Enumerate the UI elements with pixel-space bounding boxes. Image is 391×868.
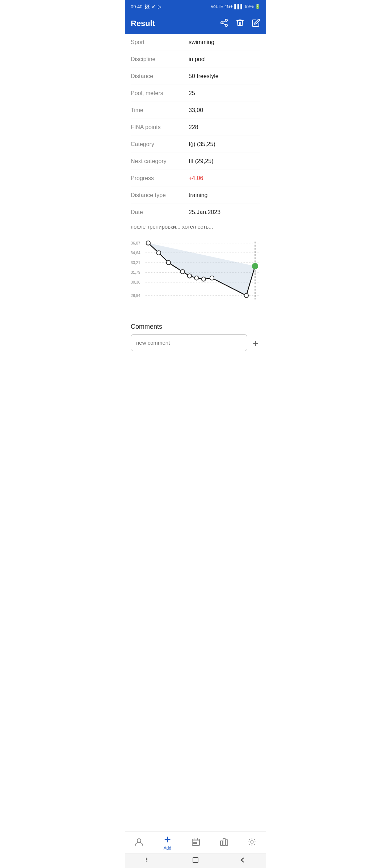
svg-text:31,79: 31,79 — [131, 270, 140, 275]
data-row-date: Date25.Jan.2023 — [131, 204, 260, 221]
svg-text:30,36: 30,36 — [131, 280, 140, 284]
value-distance: 50 freestyle — [189, 73, 260, 80]
label-distance: Distance — [131, 73, 189, 80]
svg-line-4 — [223, 21, 226, 22]
value-sport: swimming — [189, 39, 260, 46]
value-category: I(j) (35,25) — [189, 141, 260, 148]
main-content: SportswimmingDisciplinein poolDistance50… — [125, 34, 266, 357]
value-discipline: in pool — [189, 56, 260, 63]
delete-icon[interactable] — [236, 18, 244, 29]
photo-icon: 🖼 — [145, 4, 150, 9]
label-sport: Sport — [131, 39, 189, 46]
time-label: 09:40 — [131, 4, 143, 9]
label-date: Date — [131, 209, 189, 216]
data-row-pool: Pool, meters25 — [131, 85, 260, 102]
svg-point-21 — [167, 260, 171, 265]
data-row-distanceType: Distance typetraining — [131, 187, 260, 204]
svg-point-24 — [194, 276, 199, 280]
svg-point-25 — [201, 277, 206, 281]
check-icon: ✔ — [152, 4, 156, 9]
comment-input-row: ＋ — [131, 334, 260, 357]
label-category: Category — [131, 141, 189, 148]
status-bar: 09:40 🖼 ✔ ▷ VoLTE 4G+ ▌▌▌ 99% 🔋 — [125, 0, 266, 13]
note-text: после тренировки... хотел есть... — [131, 221, 260, 234]
share-icon[interactable] — [220, 18, 228, 29]
app-header: Result — [125, 13, 266, 34]
svg-text:33,21: 33,21 — [131, 260, 140, 265]
svg-line-3 — [223, 23, 226, 25]
value-pool: 25 — [189, 90, 260, 97]
data-rows: SportswimmingDisciplinein poolDistance50… — [131, 34, 260, 221]
svg-point-23 — [188, 274, 192, 278]
battery-label: 99% 🔋 — [245, 4, 260, 9]
svg-point-26 — [210, 276, 214, 280]
label-fina: FINA points — [131, 124, 189, 131]
value-fina: 228 — [189, 124, 260, 131]
status-right: VoLTE 4G+ ▌▌▌ 99% 🔋 — [211, 4, 260, 9]
label-time: Time — [131, 107, 189, 114]
data-row-nextCategory: Next categoryIII (29,25) — [131, 153, 260, 170]
value-progress: +4,06 — [189, 175, 260, 182]
edit-icon[interactable] — [252, 18, 260, 29]
label-nextCategory: Next category — [131, 158, 189, 165]
label-progress: Progress — [131, 175, 189, 182]
svg-point-28 — [252, 263, 258, 269]
signal-icon: ▌▌▌ — [234, 4, 244, 9]
svg-text:34,64: 34,64 — [131, 251, 140, 255]
data-row-time: Time33,00 — [131, 102, 260, 119]
svg-point-20 — [157, 251, 161, 255]
data-row-discipline: Disciplinein pool — [131, 51, 260, 68]
value-date: 25.Jan.2023 — [189, 209, 260, 216]
svg-point-27 — [244, 293, 248, 298]
label-pool: Pool, meters — [131, 90, 189, 97]
svg-marker-18 — [148, 243, 255, 295]
value-distanceType: training — [189, 192, 260, 199]
status-time: 09:40 🖼 ✔ ▷ — [131, 4, 161, 9]
svg-text:28,94: 28,94 — [131, 293, 140, 298]
data-row-progress: Progress+4,06 — [131, 170, 260, 187]
data-row-sport: Sportswimming — [131, 34, 260, 51]
comments-section: Comments ＋ — [131, 317, 260, 357]
svg-text:36,07: 36,07 — [131, 241, 140, 245]
network-label: VoLTE 4G+ — [211, 4, 233, 9]
chart-container: 36,07 34,64 33,21 31,79 30,36 28,94 — [131, 234, 260, 317]
svg-point-22 — [180, 269, 185, 274]
comment-input[interactable] — [131, 334, 247, 351]
comments-title: Comments — [131, 317, 260, 334]
label-distanceType: Distance type — [131, 192, 189, 199]
data-row-category: CategoryI(j) (35,25) — [131, 136, 260, 153]
result-chart: 36,07 34,64 33,21 31,79 30,36 28,94 — [131, 237, 260, 313]
add-comment-button[interactable]: ＋ — [251, 338, 260, 348]
svg-point-19 — [146, 241, 151, 245]
page-title: Result — [131, 19, 155, 28]
value-nextCategory: III (29,25) — [189, 158, 260, 165]
data-row-fina: FINA points228 — [131, 119, 260, 136]
label-discipline: Discipline — [131, 56, 189, 63]
value-time: 33,00 — [189, 107, 260, 114]
header-actions — [220, 18, 260, 29]
data-row-distance: Distance50 freestyle — [131, 68, 260, 85]
play-icon: ▷ — [158, 4, 161, 9]
